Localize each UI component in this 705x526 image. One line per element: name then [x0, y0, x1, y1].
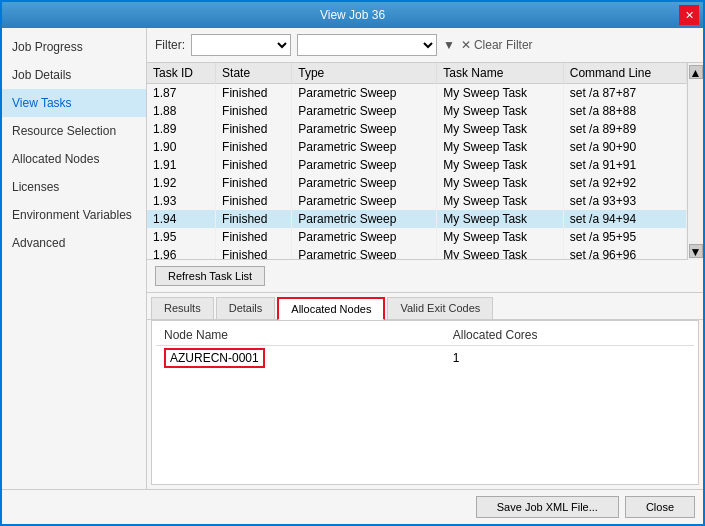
sidebar-item-job-progress[interactable]: Job Progress: [2, 33, 146, 61]
cell-state: Finished: [216, 210, 292, 228]
sidebar-item-resource-selection[interactable]: Resource Selection: [2, 117, 146, 145]
cell-task-id: 1.94: [147, 210, 216, 228]
table-row[interactable]: 1.90 Finished Parametric Sweep My Sweep …: [147, 138, 687, 156]
cell-state: Finished: [216, 84, 292, 103]
scroll-up-button[interactable]: ▲: [689, 65, 703, 79]
filter-icon: ▼: [443, 38, 455, 52]
table-row[interactable]: 1.88 Finished Parametric Sweep My Sweep …: [147, 102, 687, 120]
cell-task-id: 1.95: [147, 228, 216, 246]
sidebar-item-advanced[interactable]: Advanced: [2, 229, 146, 257]
sidebar-item-view-tasks[interactable]: View Tasks: [2, 89, 146, 117]
filter-button[interactable]: ▼: [443, 38, 455, 52]
window-title: View Job 36: [320, 8, 385, 22]
sidebar-item-allocated-nodes[interactable]: Allocated Nodes: [2, 145, 146, 173]
table-row[interactable]: 1.94 Finished Parametric Sweep My Sweep …: [147, 210, 687, 228]
refresh-task-list-button[interactable]: Refresh Task List: [155, 266, 265, 286]
cell-node-name: AZURECN-0001: [156, 345, 445, 370]
tabs-bar: Results Details Allocated Nodes Valid Ex…: [147, 293, 703, 320]
sidebar-item-licenses[interactable]: Licenses: [2, 173, 146, 201]
cell-task-id: 1.87: [147, 84, 216, 103]
cell-task-id: 1.96: [147, 246, 216, 260]
table-row[interactable]: AZURECN-0001 1: [156, 345, 694, 370]
content-area: Job ProgressJob DetailsView TasksResourc…: [2, 28, 703, 489]
nodes-table: Node Name Allocated Cores AZURECN-0001 1: [156, 325, 694, 370]
tab-allocated-nodes[interactable]: Allocated Nodes: [277, 297, 385, 320]
clear-filter-button[interactable]: ✕ Clear Filter: [461, 38, 533, 52]
cell-command-line: set /a 89+89: [563, 120, 686, 138]
clear-icon: ✕: [461, 38, 471, 52]
cell-state: Finished: [216, 120, 292, 138]
cell-task-id: 1.89: [147, 120, 216, 138]
col-task-name: Task Name: [437, 63, 563, 84]
cell-type: Parametric Sweep: [292, 174, 437, 192]
cell-state: Finished: [216, 156, 292, 174]
cell-task-name: My Sweep Task: [437, 228, 563, 246]
table-row[interactable]: 1.92 Finished Parametric Sweep My Sweep …: [147, 174, 687, 192]
cell-type: Parametric Sweep: [292, 156, 437, 174]
cell-task-id: 1.88: [147, 102, 216, 120]
sidebar-item-environment-variables[interactable]: Environment Variables: [2, 201, 146, 229]
main-window: View Job 36 ✕ Job ProgressJob DetailsVie…: [0, 0, 705, 526]
cell-command-line: set /a 87+87: [563, 84, 686, 103]
filter-dropdown[interactable]: [191, 34, 291, 56]
tab-content-allocated-nodes: Node Name Allocated Cores AZURECN-0001 1: [151, 320, 699, 486]
close-window-button[interactable]: ✕: [679, 5, 699, 25]
cell-type: Parametric Sweep: [292, 228, 437, 246]
cell-type: Parametric Sweep: [292, 120, 437, 138]
cell-type: Parametric Sweep: [292, 210, 437, 228]
cell-command-line: set /a 88+88: [563, 102, 686, 120]
sidebar-item-job-details[interactable]: Job Details: [2, 61, 146, 89]
col-task-id: Task ID: [147, 63, 216, 84]
cell-task-id: 1.93: [147, 192, 216, 210]
tab-details[interactable]: Details: [216, 297, 276, 319]
title-bar: View Job 36 ✕: [2, 2, 703, 28]
table-row[interactable]: 1.87 Finished Parametric Sweep My Sweep …: [147, 84, 687, 103]
table-row[interactable]: 1.91 Finished Parametric Sweep My Sweep …: [147, 156, 687, 174]
table-header-row: Task ID State Type Task Name Command Lin…: [147, 63, 687, 84]
filter-value-dropdown[interactable]: [297, 34, 437, 56]
table-row[interactable]: 1.96 Finished Parametric Sweep My Sweep …: [147, 246, 687, 260]
sidebar: Job ProgressJob DetailsView TasksResourc…: [2, 28, 147, 489]
footer: Save Job XML File... Close: [2, 489, 703, 524]
filter-label: Filter:: [155, 38, 185, 52]
cell-task-name: My Sweep Task: [437, 84, 563, 103]
cell-command-line: set /a 96+96: [563, 246, 686, 260]
cell-state: Finished: [216, 102, 292, 120]
cell-task-id: 1.91: [147, 156, 216, 174]
col-state: State: [216, 63, 292, 84]
cell-type: Parametric Sweep: [292, 246, 437, 260]
cell-command-line: set /a 95+95: [563, 228, 686, 246]
tab-results[interactable]: Results: [151, 297, 214, 319]
cell-type: Parametric Sweep: [292, 102, 437, 120]
save-job-xml-button[interactable]: Save Job XML File...: [476, 496, 619, 518]
col-allocated-cores: Allocated Cores: [445, 325, 694, 346]
table-row[interactable]: 1.95 Finished Parametric Sweep My Sweep …: [147, 228, 687, 246]
refresh-section: Refresh Task List: [147, 260, 703, 293]
cell-command-line: set /a 92+92: [563, 174, 686, 192]
cell-command-line: set /a 91+91: [563, 156, 686, 174]
cell-task-name: My Sweep Task: [437, 138, 563, 156]
cell-state: Finished: [216, 174, 292, 192]
cell-allocated-cores: 1: [445, 345, 694, 370]
cell-task-name: My Sweep Task: [437, 156, 563, 174]
task-table: Task ID State Type Task Name Command Lin…: [147, 63, 687, 260]
scroll-down-button[interactable]: ▼: [689, 244, 703, 258]
filter-bar: Filter: ▼ ✕ Clear Filter: [147, 28, 703, 63]
col-command-line: Command Line: [563, 63, 686, 84]
close-button[interactable]: Close: [625, 496, 695, 518]
task-table-container[interactable]: Task ID State Type Task Name Command Lin…: [147, 63, 687, 260]
tab-valid-exit-codes[interactable]: Valid Exit Codes: [387, 297, 493, 319]
cell-task-id: 1.90: [147, 138, 216, 156]
cell-state: Finished: [216, 192, 292, 210]
task-table-wrapper: Task ID State Type Task Name Command Lin…: [147, 63, 703, 260]
cell-task-name: My Sweep Task: [437, 192, 563, 210]
table-row[interactable]: 1.89 Finished Parametric Sweep My Sweep …: [147, 120, 687, 138]
col-type: Type: [292, 63, 437, 84]
cell-task-name: My Sweep Task: [437, 174, 563, 192]
clear-filter-label: Clear Filter: [474, 38, 533, 52]
nodes-header-row: Node Name Allocated Cores: [156, 325, 694, 346]
main-area: Filter: ▼ ✕ Clear Filter Task: [147, 28, 703, 489]
cell-type: Parametric Sweep: [292, 84, 437, 103]
bottom-tabs-section: Results Details Allocated Nodes Valid Ex…: [147, 293, 703, 490]
table-row[interactable]: 1.93 Finished Parametric Sweep My Sweep …: [147, 192, 687, 210]
